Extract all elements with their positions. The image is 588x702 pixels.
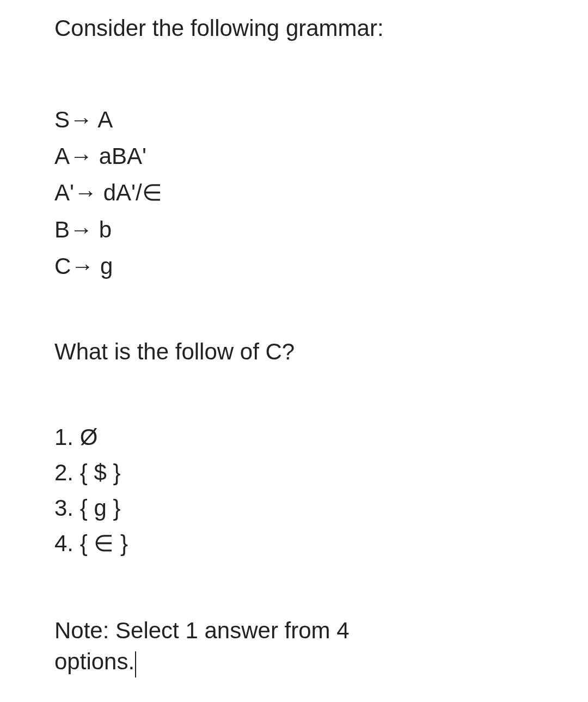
grammar-rule: A→ aBA': [54, 138, 534, 174]
grammar-rule: S→ A: [54, 101, 534, 138]
grammar-block: S→ A A→ aBA' A'→ dA'/∈ B→ b C→ g: [54, 101, 534, 284]
answer-option[interactable]: 1. Ø: [54, 419, 534, 455]
grammar-rule: A'→ dA'/∈: [54, 174, 534, 211]
text-cursor-icon: [135, 651, 136, 677]
note-text: Note: Select 1 answer from 4 options.: [54, 615, 534, 677]
note-line-2: options.: [54, 649, 134, 674]
grammar-rule: B→ b: [54, 211, 534, 248]
answer-options: 1. Ø 2. { $ } 3. { g } 4. { ∈ }: [54, 419, 534, 561]
note-line-1: Note: Select 1 answer from 4: [54, 618, 350, 643]
answer-option[interactable]: 3. { g }: [54, 490, 534, 526]
question-heading: Consider the following grammar:: [54, 15, 534, 41]
answer-option[interactable]: 4. { ∈ }: [54, 526, 534, 561]
question-text: What is the follow of C?: [54, 339, 534, 365]
answer-option[interactable]: 2. { $ }: [54, 455, 534, 490]
grammar-rule: C→ g: [54, 248, 534, 284]
